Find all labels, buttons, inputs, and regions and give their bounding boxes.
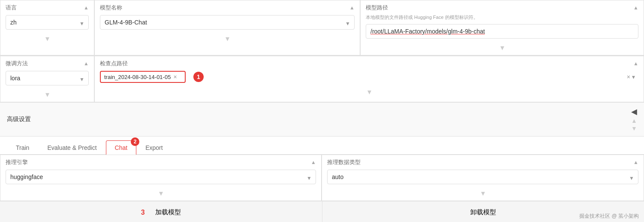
lang-section: 语言 ▲ zh en ▼ ▾ (0, 0, 94, 55)
lang-collapse-down[interactable]: ▾ (45, 34, 49, 43)
finetune-section: 微调方法 ▲ lora full freeze ▼ ▾ (0, 56, 94, 102)
unload-model-label: 卸载模型 (470, 208, 496, 216)
inference-dtype-collapse-down[interactable]: ▾ (481, 189, 485, 198)
lang-collapse[interactable]: ▲ (84, 5, 89, 11)
inference-engine-section: 推理引擎 ▲ huggingface vllm ▼ ▾ (0, 155, 322, 201)
checkpoint-section: 检查点路径 ▲ train_2024-08-30-14-01-05 × 1 × … (94, 56, 644, 102)
row-inference: 推理引擎 ▲ huggingface vllm ▼ ▾ 推理数据类型 ▲ (0, 155, 644, 201)
main-container: 语言 ▲ zh en ▼ ▾ 模型名称 ▲ GLM-4-9B- (0, 0, 644, 222)
inference-engine-collapse-down[interactable]: ▾ (159, 189, 163, 198)
advanced-settings-row: 高级设置 ◀ ▲ ▼ (0, 103, 644, 137)
checkpoint-collapse[interactable]: ▲ (633, 61, 638, 67)
inference-dtype-select[interactable]: auto float16 bfloat16 float32 (327, 170, 638, 184)
checkpoint-clear-icon[interactable]: × (627, 73, 630, 80)
load-model-button[interactable]: 3 加载模型 (0, 201, 322, 222)
inference-dtype-select-wrapper: auto float16 bfloat16 float32 ▼ (322, 168, 644, 189)
model-path-input[interactable] (366, 24, 638, 39)
collapse-up-icon: ▲ (631, 117, 637, 124)
model-name-header: 模型名称 ▲ (95, 0, 360, 13)
checkpoint-right-controls: × ▾ (627, 73, 638, 80)
row-1: 语言 ▲ zh en ▼ ▾ 模型名称 ▲ GLM-4-9B- (0, 0, 644, 56)
inference-engine-label: 推理引擎 (6, 158, 28, 166)
checkpoint-inner: train_2024-08-30-14-01-05 × 1 × ▾ (95, 69, 644, 87)
model-path-header: 模型路径 ▲ (361, 0, 644, 13)
model-path-label: 模型路径 (366, 4, 388, 12)
finetune-collapse[interactable]: ▲ (84, 61, 89, 67)
lang-select-wrapper: zh en ▼ (0, 13, 94, 34)
row-2: 微调方法 ▲ lora full freeze ▼ ▾ 检查点路径 ▲ (0, 56, 644, 103)
collapse-arrow-icon: ◀ (631, 107, 637, 116)
tab-train[interactable]: Train (7, 140, 38, 155)
tab-chat[interactable]: Chat 2 (106, 140, 137, 155)
lang-select[interactable]: zh en (6, 15, 89, 30)
lang-label: 语言 (6, 4, 17, 12)
model-path-collapse[interactable]: ▲ (633, 5, 638, 11)
row-buttons: 3 加载模型 卸载模型 掘金技术社区 @ 茧小架构 (0, 201, 644, 222)
model-path-collapse-down[interactable]: ▾ (500, 43, 504, 52)
tab-evaluate[interactable]: Evaluate & Predict (38, 140, 105, 155)
finetune-collapse-down[interactable]: ▾ (45, 90, 49, 99)
advanced-label: 高级设置 (7, 116, 631, 123)
model-name-label: 模型名称 (100, 4, 122, 12)
model-name-collapse-down[interactable]: ▾ (226, 34, 229, 43)
inference-engine-select[interactable]: huggingface vllm (6, 170, 316, 184)
checkpoint-step-badge: 1 (193, 72, 204, 82)
inference-dtype-collapse[interactable]: ▲ (633, 159, 638, 165)
model-name-select[interactable]: GLM-4-9B-Chat (100, 15, 355, 30)
inference-engine-header: 推理引擎 ▲ (0, 155, 321, 168)
finetune-label: 微调方法 (6, 60, 28, 67)
collapse-down-icon: ▼ (631, 125, 637, 132)
inference-dtype-header: 推理数据类型 ▲ (322, 155, 644, 168)
load-step-badge: 3 (141, 209, 145, 216)
inference-engine-collapse[interactable]: ▲ (311, 159, 316, 165)
finetune-header: 微调方法 ▲ (0, 56, 94, 69)
inference-dtype-section: 推理数据类型 ▲ auto float16 bfloat16 float32 ▼… (322, 155, 644, 201)
model-path-desc: 本地模型的文件路径或 Hugging Face 的模型标识符。 (361, 13, 644, 22)
lang-header: 语言 ▲ (0, 0, 94, 13)
finetune-select[interactable]: lora full freeze (6, 71, 89, 85)
checkpoint-close-icon[interactable]: × (173, 73, 177, 80)
checkpoint-tag: train_2024-08-30-14-01-05 (104, 74, 171, 80)
checkpoint-collapse-down[interactable]: ▾ (367, 88, 371, 96)
model-path-section: 模型路径 ▲ 本地模型的文件路径或 Hugging Face 的模型标识符。 ▾ (360, 0, 644, 55)
model-name-select-wrapper: GLM-4-9B-Chat ▼ (95, 13, 360, 34)
finetune-select-wrapper: lora full freeze ▼ (0, 69, 94, 90)
checkpoint-label: 检查点路径 (100, 60, 128, 67)
checkpoint-header: 检查点路径 ▲ (95, 56, 644, 69)
watermark: 掘金技术社区 @ 茧小架构 (579, 213, 639, 220)
checkpoint-dropdown-icon[interactable]: ▾ (632, 73, 635, 80)
advanced-collapse-btn[interactable]: ◀ ▲ ▼ (631, 107, 637, 132)
inference-engine-select-wrapper: huggingface vllm ▼ (0, 168, 321, 189)
tabs-row: Train Evaluate & Predict Chat 2 Export (0, 137, 644, 155)
inference-dtype-label: 推理数据类型 (327, 158, 361, 166)
tab-export[interactable]: Export (136, 140, 172, 155)
model-name-section: 模型名称 ▲ GLM-4-9B-Chat ▼ ▾ (94, 0, 360, 55)
load-model-label: 加载模型 (155, 208, 181, 216)
checkpoint-tag-box: train_2024-08-30-14-01-05 × (100, 71, 186, 83)
model-name-collapse[interactable]: ▲ (349, 5, 355, 11)
